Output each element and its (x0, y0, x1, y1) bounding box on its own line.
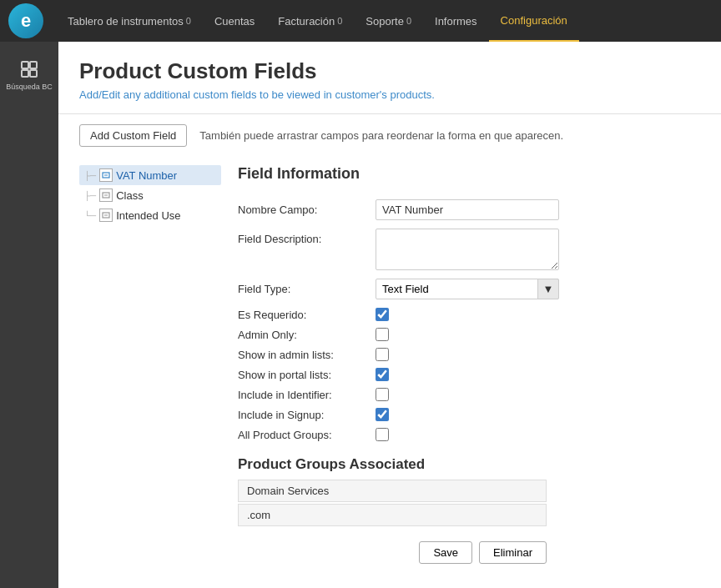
field-description-row: Field Description: (238, 229, 700, 270)
page-subtitle: Add/Edit any additional custom fields to… (79, 88, 700, 101)
nombre-campo-input[interactable] (376, 199, 559, 220)
toolbar-hint: También puede arrastrar campos para reor… (199, 129, 563, 142)
field-description-input[interactable] (376, 229, 559, 270)
field-description-label: Field Description: (238, 229, 367, 245)
es-requerido-checkbox[interactable] (376, 308, 389, 321)
show-admin-lists-row: Show in admin lists: (238, 348, 700, 361)
all-product-groups-checkbox[interactable] (376, 428, 389, 441)
sidebar: Búsqueda BC (0, 42, 58, 588)
show-admin-lists-label: Show in admin lists: (238, 349, 367, 361)
page-header: Product Custom Fields Add/Edit any addit… (58, 42, 721, 105)
field-type-select-wrapper: Text Field Dropdown Checkbox Date ▼ (376, 279, 559, 299)
tree-icon-intended-use (99, 209, 113, 222)
nav-configuracion[interactable]: Configuración (489, 0, 579, 42)
svg-rect-2 (22, 70, 28, 77)
nav-informes[interactable]: Informes (423, 0, 489, 42)
show-portal-lists-label: Show in portal lists: (238, 369, 367, 381)
admin-only-checkbox[interactable] (376, 328, 389, 341)
include-signup-row: Include in Signup: (238, 408, 700, 421)
show-portal-lists-checkbox[interactable] (376, 368, 389, 381)
tree-item-intended-use[interactable]: └─ Intended Use (79, 205, 221, 225)
admin-only-label: Admin Only: (238, 329, 367, 341)
nav-tablero[interactable]: Tablero de instrumentos 0 (56, 0, 203, 42)
include-identifier-row: Include in Identifier: (238, 388, 700, 401)
include-identifier-checkbox[interactable] (376, 388, 389, 401)
include-identifier-label: Include in Identifier: (238, 389, 367, 401)
product-group-com: .com (238, 504, 547, 526)
content-area: ├─ VAT Number ├─ Class (58, 157, 721, 572)
field-type-select[interactable]: Text Field Dropdown Checkbox Date (376, 279, 559, 299)
add-custom-field-button[interactable]: Add Custom Field (79, 124, 187, 147)
tree-icon-class (99, 188, 113, 202)
es-requerido-label: Es Requerido: (238, 309, 367, 321)
show-admin-lists-checkbox[interactable] (376, 348, 389, 361)
tree-icon-vat (99, 168, 113, 182)
svg-rect-1 (30, 62, 37, 68)
nav-soporte[interactable]: Soporte 0 (354, 0, 423, 42)
es-requerido-row: Es Requerido: (238, 308, 700, 321)
admin-only-row: Admin Only: (238, 328, 700, 341)
svg-rect-0 (22, 62, 28, 68)
nav-facturacion[interactable]: Facturación 0 (266, 0, 354, 42)
toolbar: Add Custom Field También puede arrastrar… (58, 113, 721, 157)
field-info-title: Field Information (238, 165, 700, 187)
sidebar-busqueda-bc[interactable]: Búsqueda BC (8, 54, 50, 96)
field-tree: ├─ VAT Number ├─ Class (79, 165, 221, 564)
all-product-groups-row: All Product Groups: (238, 428, 700, 441)
logo: e (8, 3, 43, 38)
include-signup-label: Include in Signup: (238, 409, 367, 421)
field-info-panel: Field Information Nombre Campo: Field De… (238, 165, 700, 564)
nombre-campo-label: Nombre Campo: (238, 199, 367, 216)
product-group-domain-services: Domain Services (238, 480, 547, 502)
field-type-row: Field Type: Text Field Dropdown Checkbox… (238, 279, 700, 299)
field-type-label: Field Type: (238, 279, 367, 295)
top-navigation: e Tablero de instrumentos 0 Cuentas Fact… (0, 0, 721, 42)
page-title: Product Custom Fields (79, 58, 700, 84)
save-button[interactable]: Save (419, 541, 472, 564)
tree-item-vat-number[interactable]: ├─ VAT Number (79, 165, 221, 185)
nav-cuentas[interactable]: Cuentas (203, 0, 266, 42)
nombre-campo-row: Nombre Campo: (238, 199, 700, 220)
tree-item-class[interactable]: ├─ Class (79, 185, 221, 205)
product-groups-title: Product Groups Associated (238, 456, 700, 473)
action-buttons: Save Eliminar (238, 541, 547, 564)
main-content: Product Custom Fields Add/Edit any addit… (58, 42, 721, 588)
svg-rect-3 (30, 70, 37, 77)
show-portal-lists-row: Show in portal lists: (238, 368, 700, 381)
delete-button[interactable]: Eliminar (479, 541, 547, 564)
include-signup-checkbox[interactable] (376, 408, 389, 421)
all-product-groups-label: All Product Groups: (238, 429, 367, 441)
